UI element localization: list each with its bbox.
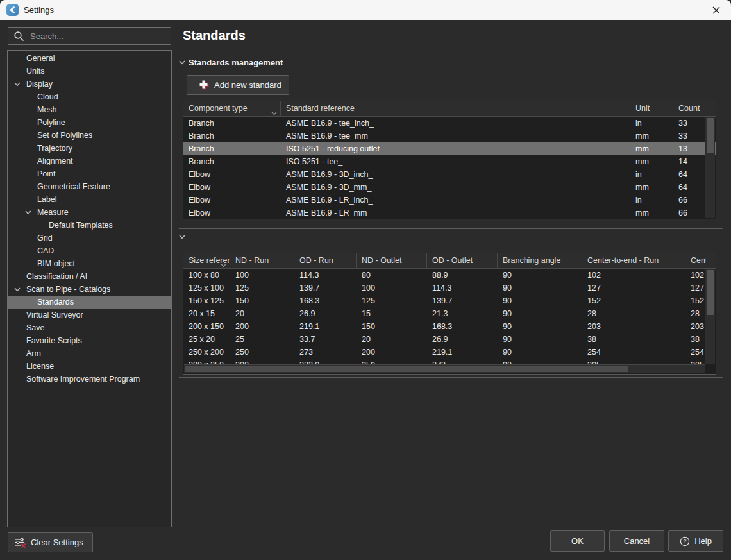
table-cell: 254 [582,346,685,359]
sidebar-item-set-of-polylines[interactable]: Set of Polylines [8,129,171,142]
vertical-scrollbar[interactable] [705,117,715,218]
table-row[interactable]: ElbowASME B16.9 - 3D_inch_in64 [183,168,716,181]
sidebar-item-label: Classification / AI [26,270,87,283]
table-row[interactable]: 20 x 152026.91521.3902828 [183,307,716,320]
table-row[interactable]: 125 x 100125139.7100114.390127127 [183,282,716,294]
sidebar-item-classification-ai[interactable]: Classification / AI [8,270,171,283]
column-header-label: Component type [189,101,280,116]
table-cell: 102 [582,269,685,282]
sidebar-item-scan-to-pipe-catalogs[interactable]: Scan to Pipe - Catalogs [8,283,171,296]
sidebar-item-license[interactable]: License [8,360,171,373]
sidebar-item-cad[interactable]: CAD [8,244,171,257]
column-header-nd-outlet[interactable]: ND - Outlet [357,253,427,268]
sidebar-item-general[interactable]: General [8,52,171,65]
table-row[interactable]: ElbowASME B16.9 - 3D_mm_mm64 [183,181,716,194]
sidebar-item-alignment[interactable]: Alignment [8,155,171,167]
column-header-unit[interactable]: Unit [630,101,673,116]
table-row[interactable]: BranchISO 5251 - tee_mm14 [183,155,716,168]
column-header-od-outlet[interactable]: OD - Outlet [427,253,498,268]
sidebar-item-virtual-surveyor[interactable]: Virtual Surveyor [8,309,171,321]
table-cell: 90 [498,307,582,320]
chevron-down-icon[interactable] [14,287,26,292]
sidebar-item-mesh[interactable]: Mesh [8,103,171,116]
section-title: Standards management [189,58,283,67]
clear-settings-button[interactable]: Clear Settings [8,532,93,552]
scrollbar-thumb[interactable] [707,270,714,315]
window-title: Settings [24,5,54,15]
section-divider [179,228,723,229]
add-new-standard-button[interactable]: Add new standard [187,75,289,95]
sizes-section-header[interactable] [179,235,185,239]
table-row[interactable]: ElbowASME B16.9 - LR_inch_in66 [183,194,716,207]
table-cell: 219.1 [294,320,357,333]
column-header-size-reference[interactable]: Size reference [183,253,230,268]
sidebar-item-display[interactable]: Display [8,78,171,90]
search-input[interactable] [29,31,171,42]
sidebar-item-grid[interactable]: Grid [8,232,171,244]
sidebar-item-trajectory[interactable]: Trajectory [8,142,171,155]
sidebar-item-label: Polyline [37,116,65,129]
sidebar-item-cloud[interactable]: Cloud [8,90,171,103]
standards-management-section-header[interactable]: Standards management [179,58,283,67]
column-header-nd-run[interactable]: ND - Run [230,253,294,268]
sidebar-item-measure[interactable]: Measure [8,206,171,219]
chevron-down-icon[interactable] [25,210,37,215]
sidebar-item-label: Trajectory [37,142,72,155]
column-header-od-run[interactable]: OD - Run [294,253,357,268]
sidebar-item-label: Display [26,78,53,90]
table-cell: 26.9 [427,333,498,346]
sidebar-item-geometrical-feature[interactable]: Geometrical Feature [8,180,171,193]
table-row[interactable]: 25 x 202533.72026.9903838 [183,333,716,346]
scrollbar-thumb[interactable] [707,118,714,153]
table-header-row: Component typeStandard referenceUnitCoun… [183,101,716,117]
column-header-count[interactable]: Count [673,101,716,116]
sidebar-item-point[interactable]: Point [8,167,171,180]
table-cell: mm [630,142,673,155]
column-header-standard-reference[interactable]: Standard reference [281,101,630,116]
chevron-down-icon[interactable] [179,235,185,239]
chevron-down-icon[interactable] [14,82,26,87]
sidebar-item-save[interactable]: Save [8,321,171,334]
table-row[interactable]: 150 x 125150168.3125139.790152152 [183,294,716,307]
table-row[interactable]: 200 x 150200219.1150168.390203203 [183,320,716,333]
scrollbar-thumb[interactable] [185,366,628,372]
table-cell: 250 [230,346,294,359]
sidebar-item-software-improvement-program[interactable]: Software Improvement Program [8,373,171,386]
table-cell: 200 [230,320,294,333]
sidebar-item-label[interactable]: Label [8,193,171,206]
sidebar-item-arm[interactable]: Arm [8,347,171,360]
table-row[interactable]: 250 x 200250273200219.190254254 [183,346,716,359]
table-cell: ISO 5251 - reducing outlet_ [281,142,630,155]
settings-tree: GeneralUnitsDisplayCloudMeshPolylineSet … [7,50,172,527]
table-row[interactable]: 100 x 80100114.38088.990102102 [183,269,716,282]
column-header-branching-angle[interactable]: Branching angle [498,253,582,268]
table-row[interactable]: BranchASME B16.9 - tee_inch_in33 [183,117,716,130]
column-header-center-to-end-run[interactable]: Center-to-end - Run [582,253,685,268]
column-header-center-to-end-outlet[interactable]: Center-to-end - Outlet [685,253,716,268]
help-button[interactable]: ? Help [668,530,723,552]
close-icon[interactable] [702,0,731,20]
sidebar-item-polyline[interactable]: Polyline [8,116,171,129]
sidebar-item-default-templates[interactable]: Default Templates [8,219,171,232]
sidebar-item-bim-object[interactable]: BIM object [8,257,171,270]
table-row[interactable]: ElbowASME B16.9 - LR_mm_mm66 [183,207,716,219]
search-icon [13,31,24,42]
table-cell: 125 [357,294,427,307]
table-row[interactable]: BranchISO 5251 - reducing outlet_mm13 [183,142,716,155]
vertical-scrollbar[interactable] [705,269,715,364]
sidebar-item-favorite-scripts[interactable]: Favorite Scripts [8,334,171,347]
search-box [8,27,171,45]
chevron-down-icon[interactable] [179,60,185,65]
sidebar-item-label: Mesh [37,103,57,116]
horizontal-scrollbar[interactable] [184,364,705,373]
table-row[interactable]: BranchASME B16.9 - tee_mm_mm33 [183,130,716,142]
column-header-component-type[interactable]: Component type [183,101,281,116]
ok-button[interactable]: OK [550,530,605,552]
table-cell: 139.7 [427,294,498,307]
table-cell: 150 [357,320,427,333]
cancel-button[interactable]: Cancel [609,530,664,552]
sidebar-item-standards[interactable]: Standards [8,296,171,309]
sidebar-item-units[interactable]: Units [8,65,171,78]
table-cell: mm [630,207,673,219]
table-cell: 200 [357,346,427,359]
